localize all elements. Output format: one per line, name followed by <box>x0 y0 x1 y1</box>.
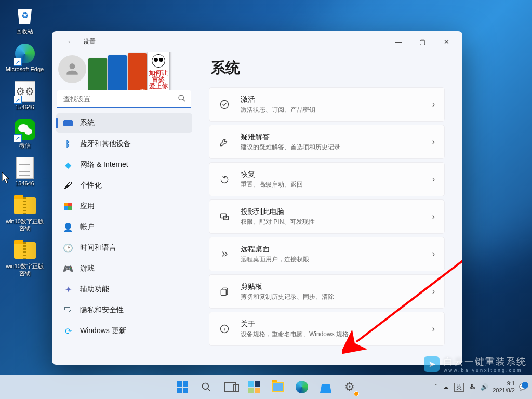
start-button[interactable] <box>172 377 193 397</box>
shield-icon: 🛡 <box>63 305 73 315</box>
chevron-right-icon: › <box>432 249 435 259</box>
wrench-icon <box>219 137 230 147</box>
sync-icon: ⟳ <box>63 326 73 336</box>
svg-point-2 <box>221 101 229 109</box>
info-icon <box>219 324 230 334</box>
project-icon <box>219 211 230 222</box>
back-button[interactable]: ← <box>61 35 80 48</box>
titlebar[interactable]: ← 设置 — ▢ ✕ <box>52 31 462 52</box>
taskbar-store[interactable] <box>315 377 336 397</box>
profile-area[interactable]: 全 如何 富 如何让 富婆 爱上你 <box>56 52 192 88</box>
tray-chevron-icon[interactable]: ˄ <box>434 383 437 391</box>
card-about[interactable]: 关于设备规格，重命名电脑、Windows 规格 › <box>209 312 445 346</box>
zip-folder-icon <box>14 242 36 259</box>
svg-line-12 <box>208 389 210 391</box>
card-troubleshoot[interactable]: 疑难解答建议的疑难解答、首选项和历史记录 › <box>209 125 445 159</box>
settings-window: ← 设置 — ▢ ✕ 全 如何 富 如何让 富婆 <box>52 31 462 365</box>
recycle-bin-icon <box>15 5 35 26</box>
taskbar-taskview[interactable] <box>220 377 241 397</box>
chevron-right-icon: › <box>432 137 435 147</box>
tray-volume-icon[interactable]: 🔊 <box>481 383 488 391</box>
person-icon: 👤 <box>63 222 73 232</box>
folder-icon <box>272 382 284 392</box>
window-title: 设置 <box>83 37 96 46</box>
gear-icon: ⚙⚙ <box>15 81 35 102</box>
bluetooth-icon: ᛒ <box>63 139 73 149</box>
accessibility-icon: ✦ <box>63 285 73 294</box>
desktop-wechat[interactable]: 微信 <box>4 118 46 149</box>
taskbar-explorer[interactable] <box>268 377 288 397</box>
card-remote-desktop[interactable]: 远程桌面远程桌面用户，连接权限 › <box>209 237 445 271</box>
card-recovery[interactable]: 恢复重置、高级启动、返回 › <box>209 162 445 196</box>
system-tray[interactable]: ˄ ☁ 英 🖧 🔊 9:1 2021/8/2 💬 <box>434 380 532 393</box>
search-icon <box>178 94 186 104</box>
taskbar-settings[interactable]: ⚙ <box>339 377 360 397</box>
store-icon <box>320 381 331 393</box>
content-area: 系统 激活激活状态、订阅、产品密钥 › 疑难解答建议的疑难解答、首选项和历史记录… <box>196 52 462 365</box>
minimize-button[interactable]: — <box>387 33 410 50</box>
chevron-right-icon: › <box>432 100 435 109</box>
nav-privacy[interactable]: 🛡隐私和安全性 <box>56 300 192 320</box>
gear-icon: ⚙ <box>344 380 355 394</box>
desktop-label: 微信 <box>19 142 31 149</box>
brush-icon: 🖌 <box>63 181 73 190</box>
taskbar-search[interactable] <box>196 377 217 397</box>
desktop-label: 154646 <box>15 180 34 187</box>
taskview-icon <box>224 382 236 392</box>
desktop-recycle-bin[interactable]: 回收站 <box>4 4 46 35</box>
wechat-icon <box>15 119 35 140</box>
card-clipboard[interactable]: 剪贴板剪切和复制历史记录、同步、清除 › <box>209 274 445 309</box>
nav-accounts[interactable]: 👤帐户 <box>56 217 192 237</box>
nav-windows-update[interactable]: ⟳Windows 更新 <box>56 321 192 341</box>
search-input[interactable] <box>57 90 191 108</box>
tray-onedrive-icon[interactable]: ☁ <box>443 383 449 391</box>
svg-line-1 <box>183 99 185 101</box>
tray-notifications-icon[interactable]: 💬 <box>519 383 527 391</box>
desktop-label: 回收站 <box>16 28 33 35</box>
desktop-folder-2[interactable]: win10数字正版密钥 <box>4 239 46 276</box>
avatar-icon <box>58 55 86 83</box>
windows-icon <box>177 381 188 393</box>
watermark: ➤ 白云一键重装系统 www.baiyunxitong.com <box>424 355 527 373</box>
sidebar: 全 如何 富 如何让 富婆 爱上你 <box>52 52 196 365</box>
card-project[interactable]: 投影到此电脑权限、配对 PIN、可发现性 › <box>209 200 445 234</box>
taskbar-widgets[interactable] <box>244 377 264 397</box>
nav-network[interactable]: ◆网络 & Internet <box>56 155 192 175</box>
edge-icon <box>15 44 35 63</box>
chevron-right-icon: › <box>432 324 435 334</box>
desktop-label: win10数字正版密钥 <box>4 263 46 276</box>
card-activation[interactable]: 激活激活状态、订阅、产品密钥 › <box>209 87 445 122</box>
desktop-gearbox[interactable]: ⚙⚙ 154646 <box>4 80 46 111</box>
maximize-button[interactable]: ▢ <box>410 33 434 50</box>
watermark-logo-icon: ➤ <box>424 356 440 372</box>
system-icon <box>63 120 73 126</box>
taskbar-edge[interactable] <box>291 377 312 397</box>
nav-time-language[interactable]: 🕑时间和语言 <box>56 238 192 258</box>
clock-icon: 🕑 <box>63 243 73 252</box>
chevron-right-icon: › <box>432 175 435 184</box>
tray-ime[interactable]: 英 <box>454 383 464 392</box>
desktop-textfile[interactable]: 154646 <box>4 156 46 187</box>
taskbar: ⚙ ˄ ☁ 英 🖧 🔊 9:1 2021/8/2 💬 <box>0 375 532 399</box>
search-box[interactable] <box>57 90 191 108</box>
zip-folder-icon <box>14 197 36 214</box>
close-button[interactable]: ✕ <box>434 33 458 50</box>
nav-system[interactable]: 系统 <box>56 113 192 133</box>
nav-bluetooth[interactable]: ᛒ蓝牙和其他设备 <box>56 134 192 154</box>
nav-gaming[interactable]: 🎮游戏 <box>56 259 192 278</box>
nav-accessibility[interactable]: ✦辅助功能 <box>56 280 192 299</box>
check-circle-icon <box>219 99 230 110</box>
wifi-icon: ◆ <box>63 160 73 169</box>
nav-apps[interactable]: 应用 <box>56 196 192 216</box>
tray-network-icon[interactable]: 🖧 <box>469 383 475 391</box>
desktop-label: 154646 <box>15 104 34 111</box>
desktop-folder-1[interactable]: win10数字正版密钥 <box>4 194 46 232</box>
desktop-edge[interactable]: Microsoft Edge <box>4 42 46 73</box>
nav-personalization[interactable]: 🖌个性化 <box>56 176 192 195</box>
gamepad-icon: 🎮 <box>63 264 73 273</box>
desktop-label: Microsoft Edge <box>6 66 44 73</box>
tray-clock[interactable]: 9:1 2021/8/2 <box>493 380 515 393</box>
edge-icon <box>296 381 308 393</box>
chevron-right-icon: › <box>432 212 435 221</box>
svg-point-11 <box>203 383 209 390</box>
